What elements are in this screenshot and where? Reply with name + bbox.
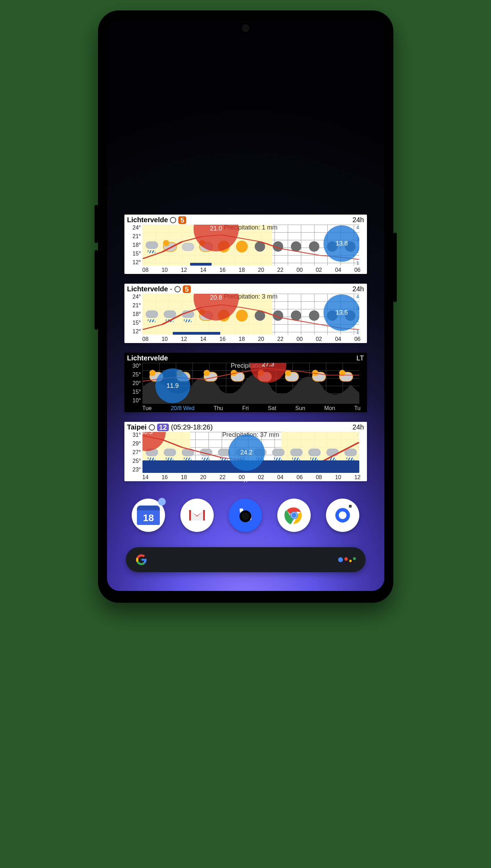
phone-app[interactable] [229, 499, 262, 532]
gmail-icon [187, 505, 207, 526]
chart: 24°21°18°15°12°4321081012141618202200020… [127, 294, 364, 342]
location-name: Lichtervelde [127, 354, 168, 362]
widget-header: Taipei12 (05:29-18:26)24h [126, 423, 365, 432]
camera-app[interactable] [326, 499, 359, 532]
y-axis: 31°29°27°25°23° [127, 432, 142, 473]
location-name: Taipei [127, 423, 147, 431]
precip-bar [173, 332, 220, 335]
x-axis: 081012141618202200020406 [142, 266, 361, 273]
widget-header: Lichtervelde524h [126, 216, 365, 225]
weather-widget[interactable]: Lichtervelde -524h24°21°18°15°12°4321081… [124, 284, 367, 343]
home-screen[interactable]: Lichtervelde524h24°21°18°15°12°432108101… [107, 20, 384, 591]
sun-indicator-icon [174, 286, 181, 292]
google-logo [136, 554, 147, 566]
chrome-icon [284, 505, 304, 526]
widget-area: Lichtervelde524h24°21°18°15°12°432108101… [124, 215, 367, 481]
location-name: Lichtervelde [127, 216, 168, 224]
gmail-app[interactable] [180, 499, 214, 532]
period-label: 24h [352, 423, 364, 431]
assistant-icon[interactable] [338, 557, 356, 562]
phone-icon [238, 504, 253, 525]
tmin-bubble: 11.9 [155, 368, 190, 403]
weather-widget[interactable]: Lichtervelde524h24°21°18°15°12°432108101… [124, 215, 367, 274]
calendar-date: 18 [137, 512, 160, 524]
x-axis: Tue20/8 WedThuFriSatSunMonTu [142, 404, 361, 411]
y-axis: 24°21°18°15°12° [127, 225, 142, 266]
x-axis: 081012141618202200020406 [142, 335, 361, 342]
widget-header: LichterveldeLT [126, 354, 365, 363]
notification-dot [158, 498, 166, 506]
uv-badge: 5 [183, 285, 191, 293]
weather-widget[interactable]: Taipei12 (05:29-18:26)24h31°29°27°25°23°… [124, 422, 367, 481]
chrome-app[interactable] [277, 499, 311, 532]
sun-indicator-icon [149, 424, 155, 431]
chart: 30°25°20°15°10°Tue20/8 WedThuFriSatSunMo… [127, 363, 364, 411]
y-axis: 30°25°20°15°10° [127, 363, 142, 404]
y-axis: 24°21°18°15°12° [127, 294, 142, 335]
phone-frame: Lichtervelde524h24°21°18°15°12°432108101… [98, 10, 393, 603]
tmin-bubble: 24.2 [228, 434, 265, 471]
weather-widget[interactable]: LichterveldeLT30°25°20°15°10°Tue20/8 Wed… [124, 353, 367, 412]
dock: 18 [107, 499, 384, 532]
app-drawer-handle[interactable]: ^ [244, 478, 247, 487]
chart: 31°29°27°25°23°4321141618202200020406081… [127, 432, 364, 481]
tmin-bubble: 13.5 [324, 294, 359, 331]
widget-header: Lichtervelde -524h [126, 285, 365, 294]
location-name: Lichtervelde [127, 285, 168, 293]
tmin-bubble: 13.8 [324, 225, 359, 262]
calendar-app[interactable]: 18 [132, 499, 165, 532]
uv-badge: 5 [178, 216, 186, 224]
period-label: LT [357, 354, 364, 362]
svg-point-3 [292, 513, 297, 518]
period-label: 24h [352, 216, 364, 224]
pm-badge: 12 [157, 424, 169, 431]
camera-icon [335, 508, 350, 523]
precip-bar [190, 263, 212, 266]
google-search-bar[interactable] [126, 547, 366, 572]
period-label: 24h [352, 285, 364, 293]
x-axis: 141618202200020406081012 [142, 474, 361, 481]
sunrise-sunset: (05:29-18:26) [171, 423, 213, 431]
sun-indicator-icon [170, 217, 176, 223]
chart: 24°21°18°15°12°4321081012141618202200020… [127, 225, 364, 273]
